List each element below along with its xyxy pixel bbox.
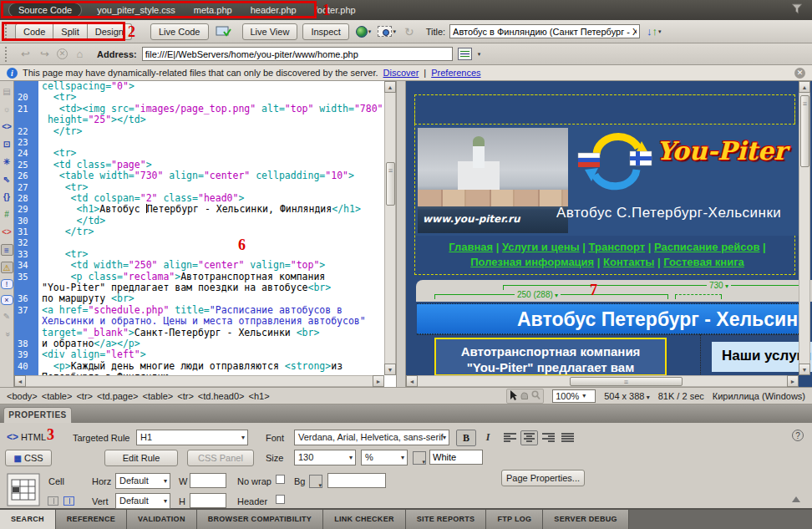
cell-height-input[interactable] xyxy=(190,493,226,508)
cell-bg-swatch[interactable] xyxy=(309,475,322,488)
properties-tab[interactable]: PROPERTIES xyxy=(3,407,72,423)
code-line[interactable]: 21 <td><img src="images/page_top.png" al… xyxy=(14,104,384,114)
text-color-swatch[interactable] xyxy=(413,451,426,465)
tag-selector-item[interactable]: <table> xyxy=(143,391,174,401)
related-file-tab[interactable]: header.php xyxy=(251,5,297,15)
indent-code-icon[interactable]: ✎ xyxy=(1,311,13,323)
merge-cells-icon[interactable] xyxy=(48,496,58,506)
design-nav-link[interactable]: Услуги и цены xyxy=(502,241,580,253)
magnification-select[interactable]: 100% xyxy=(552,389,596,403)
code-line[interactable]: 39<div align="left"> xyxy=(14,349,384,360)
select-tool-icon[interactable] xyxy=(510,390,517,402)
design-view-button[interactable]: Design xyxy=(88,23,132,40)
design-site-header[interactable]: www.you-piter.ru You-Piter Автобус С.Пет… xyxy=(416,125,800,236)
code-line[interactable]: 33 <tr> xyxy=(14,249,384,260)
view-options-icon[interactable] xyxy=(458,48,472,60)
cell-width-input[interactable] xyxy=(190,473,226,488)
scroll-up-icon[interactable]: ▲ xyxy=(799,81,810,93)
remove-comment-icon[interactable]: × xyxy=(1,295,13,305)
tag-selector-item[interactable]: <h1> xyxy=(249,391,270,401)
css-panel-button[interactable]: CSS Panel xyxy=(187,450,254,466)
code-line[interactable]: 30 </td> xyxy=(14,216,384,226)
open-documents-icon[interactable]: ▤ xyxy=(1,86,13,98)
scroll-up-icon[interactable]: ▲ xyxy=(384,81,396,93)
code-view-pane[interactable]: cellspacing="0">20 <tr>21 <td><img src="… xyxy=(14,81,396,387)
design-page-heading[interactable]: Автобус Петербург - Хельсин xyxy=(417,303,799,334)
tag-selector-item[interactable]: <td.head0> xyxy=(198,391,245,401)
code-line[interactable]: 24 <tr> xyxy=(14,148,384,159)
help-icon[interactable]: ? xyxy=(792,430,804,441)
scroll-down-icon[interactable]: ▼ xyxy=(799,364,810,375)
code-line[interactable]: "You-Piter" предлагает вам поездки на ав… xyxy=(14,282,384,293)
more-tools-icon[interactable]: » xyxy=(1,328,13,341)
tag-selector-item[interactable]: <table> xyxy=(42,391,73,401)
code-line[interactable]: 38и обратно</a></p> xyxy=(14,338,384,349)
code-line[interactable]: 28 <td colspan="2" class="head0"> xyxy=(14,193,384,204)
toolbar-grip[interactable] xyxy=(5,24,9,39)
text-color-input[interactable] xyxy=(429,450,483,465)
collapse-full-tag-icon[interactable]: <> xyxy=(1,121,13,133)
tag-selector-item[interactable]: <body> xyxy=(7,391,38,401)
code-line[interactable]: 26 <table width="730" align="center" cel… xyxy=(14,170,384,181)
syntax-error-alerts-icon[interactable]: ⚠ xyxy=(1,262,13,273)
panel-tab-link-checker[interactable]: LINK CHECKER xyxy=(323,510,406,529)
design-nav-link[interactable]: Контакты xyxy=(603,256,654,268)
file-put-icon[interactable]: ↑▾ xyxy=(652,25,662,38)
design-nav-link[interactable]: Расписание рейсов xyxy=(654,241,759,253)
column-width-segment[interactable] xyxy=(675,294,722,299)
code-line[interactable]: 29 <h1>Автобус Петербург - Хельсинки, Фи… xyxy=(14,204,384,215)
tag-selector-item[interactable]: <td.page> xyxy=(97,391,139,401)
highlight-invalid-code-icon[interactable]: <> xyxy=(1,226,13,238)
edit-rule-button[interactable]: Edit Rule xyxy=(104,450,178,466)
inspect-button[interactable]: Inspect xyxy=(302,23,348,40)
line-numbers-icon[interactable]: # xyxy=(1,209,13,221)
address-bar-grip[interactable] xyxy=(5,47,9,62)
size-unit-select[interactable]: % xyxy=(361,450,408,465)
design-promo-cell[interactable]: Автотранспортная компания "You-Piter" пр… xyxy=(434,338,667,376)
code-editor[interactable]: cellspacing="0">20 <tr>21 <td><img src="… xyxy=(14,81,384,375)
check-browser-compatibility-icon[interactable]: ▾ xyxy=(378,26,396,37)
pane-splitter[interactable] xyxy=(396,81,406,387)
code-line[interactable]: cellspacing="0"> xyxy=(14,81,384,92)
address-input[interactable] xyxy=(142,47,453,61)
column-width-menu[interactable]: 250 (288) xyxy=(515,290,561,299)
hand-tool-icon[interactable] xyxy=(520,390,529,402)
css-mode-button[interactable]: ▦ CSS xyxy=(5,450,52,466)
balance-braces-icon[interactable]: {} xyxy=(1,191,13,203)
code-line[interactable]: 25 <td class="page"> xyxy=(14,160,384,170)
related-file-tab[interactable]: footer.php xyxy=(315,5,356,15)
apply-comment-icon[interactable]: ! xyxy=(1,279,13,289)
live-code-button[interactable]: Live Code xyxy=(150,23,209,40)
table-width-menu[interactable]: 730 xyxy=(707,281,731,290)
design-nav-link[interactable]: Гостевая книга xyxy=(663,256,744,268)
panel-tab-ftp-log[interactable]: FTP LOG xyxy=(486,510,543,529)
live-view-options-icon[interactable] xyxy=(216,25,232,38)
targeted-rule-select[interactable]: H1 xyxy=(136,430,248,445)
design-vscroll-thumb[interactable] xyxy=(800,95,809,167)
align-center-button[interactable] xyxy=(520,430,538,445)
design-nav-link[interactable]: Полезная информация xyxy=(470,256,594,268)
code-line[interactable]: 34 <td width="250" align="center" valign… xyxy=(14,260,384,271)
document-title-input[interactable] xyxy=(449,24,640,38)
design-nav-link[interactable]: Главная xyxy=(449,241,493,253)
split-view-button[interactable]: Split xyxy=(53,23,87,40)
font-select[interactable]: Verdana, Arial, Helvetica, sans-serif xyxy=(294,430,449,445)
related-file-tab[interactable]: meta.php xyxy=(194,5,232,15)
live-view-button[interactable]: Live View xyxy=(242,23,298,40)
code-line[interactable]: 37<a href="schedule.php" title="Расписан… xyxy=(14,305,384,316)
code-line[interactable]: 20 <tr> xyxy=(14,92,384,103)
design-horizontal-scrollbar[interactable]: ◄ ► xyxy=(406,375,799,387)
cell-bg-input[interactable] xyxy=(327,473,386,488)
design-hscroll-thumb[interactable] xyxy=(570,377,683,386)
collapse-selection-icon[interactable]: ⊡ xyxy=(1,139,13,150)
scroll-left-icon[interactable]: ◄ xyxy=(14,375,26,387)
design-services-cell[interactable]: Наши услуги xyxy=(712,342,812,372)
zoom-tool-icon[interactable] xyxy=(531,390,540,402)
expand-all-icon[interactable]: ✳ xyxy=(1,156,13,168)
back-icon[interactable]: ↩ xyxy=(18,48,33,60)
code-view-button[interactable]: Code xyxy=(15,23,53,40)
code-vscroll-thumb[interactable] xyxy=(386,162,395,206)
code-line[interactable]: 32 xyxy=(14,237,384,248)
align-left-button[interactable] xyxy=(501,430,519,445)
scroll-right-icon[interactable]: ► xyxy=(373,375,384,387)
